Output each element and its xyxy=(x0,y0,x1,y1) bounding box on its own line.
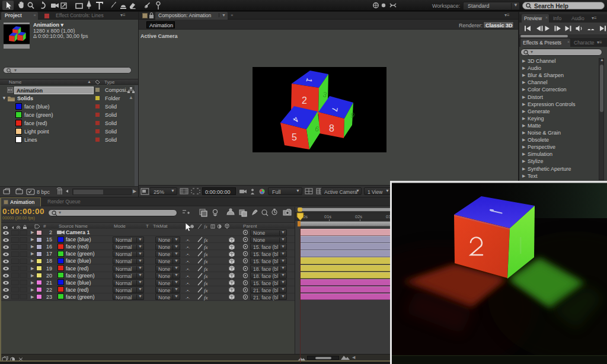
svg-text:fx: fx xyxy=(204,287,208,293)
svg-text:9: 9 xyxy=(350,111,356,120)
svg-text:fx: fx xyxy=(204,273,208,279)
svg-text:8 bpc: 8 bpc xyxy=(37,189,50,195)
svg-text:fx: fx xyxy=(204,258,208,264)
svg-text:fx: fx xyxy=(204,266,208,272)
svg-text:fx: fx xyxy=(204,244,208,250)
svg-text:fx: fx xyxy=(204,251,208,257)
svg-text:2: 2 xyxy=(302,95,307,106)
svg-text:5: 5 xyxy=(292,132,297,142)
svg-text:fx: fx xyxy=(204,280,208,286)
svg-text:fx: fx xyxy=(204,237,208,243)
svg-text:8: 8 xyxy=(329,123,334,133)
svg-text:fx: fx xyxy=(204,294,208,300)
